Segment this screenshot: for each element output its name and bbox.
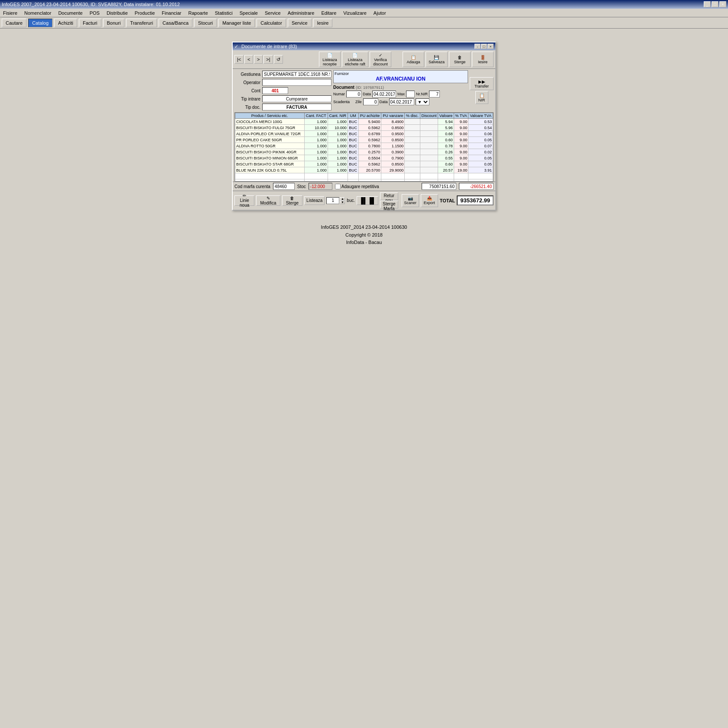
btn-barcode[interactable]: ▐▌▐▌ [357, 196, 378, 205]
cell-cant-nir: 1.000 [328, 143, 348, 149]
menu-fisiere[interactable]: Fisiere [2, 10, 19, 16]
cell-cant-fact: 1.000 [304, 155, 328, 161]
spinner-down[interactable]: ▼ [340, 201, 345, 204]
btn-verifica-discount[interactable]: ✓ Verificadiscount [370, 52, 391, 67]
cell-cant-fact: 10.000 [304, 125, 328, 131]
btn-adauga[interactable]: 📋 Adauga [403, 52, 424, 67]
menu-distributie[interactable]: Distributie [105, 10, 129, 16]
menu-service[interactable]: Service [263, 10, 282, 16]
tip-intrare-input[interactable] [262, 95, 332, 102]
btn-salveaza[interactable]: 💾 Salveaza [426, 52, 448, 67]
export-icon: 📤 [427, 196, 432, 201]
btn-stocuri[interactable]: Stocuri [194, 19, 217, 27]
btn-listeaza-etichete[interactable]: 📄 Listeazaetichete raft [342, 52, 368, 67]
btn-facturi[interactable]: Facturi [79, 19, 101, 27]
table-row[interactable]: BISCUITI BISKIATO FULGI 75GR 10.000 10.0… [235, 125, 493, 131]
nav-last[interactable]: >| [263, 55, 273, 64]
data-nir-dropdown[interactable]: ▼ [416, 98, 429, 105]
menu-financiar[interactable]: Financiar [160, 10, 182, 16]
menu-speciale[interactable]: Speciale [238, 10, 259, 16]
btn-export[interactable]: 📤 Export [421, 194, 438, 207]
furnizor-label: Furnizor [335, 72, 467, 76]
table-container[interactable]: Produs / Serviciu etc. Cant. FACT Cant. … [234, 112, 494, 182]
zile-input[interactable] [363, 98, 378, 105]
btn-catalog[interactable]: Catalog [28, 19, 52, 27]
nav-next[interactable]: > [254, 55, 263, 64]
menu-vizualizare[interactable]: Vizualizare [342, 10, 368, 16]
menu-editare[interactable]: Editare [320, 10, 338, 16]
btn-sterge-marfa[interactable]: Sterge Marfa [380, 201, 398, 208]
doc-maximize-btn[interactable]: □ [481, 44, 487, 49]
spinner-up[interactable]: ▲ [340, 197, 345, 201]
maximize-btn[interactable]: □ [712, 1, 718, 7]
table-row[interactable]: BISCUITI BISKIATO MINION 68GR 1.000 1.00… [235, 155, 493, 161]
bottom-actions: ✏ Linie noua ✎ Modifica 🗑 Sterge Listeaz… [233, 191, 495, 210]
iesire-doc-icon: 🚪 [480, 55, 485, 60]
data-input[interactable] [372, 91, 396, 98]
table-row[interactable]: BISCUITI BISKIATO STAR 68GR 1.000 1.000 … [235, 161, 493, 167]
table-row[interactable]: CIOCOLATA MERCI 100G 1.000 1.000 BUC 5.9… [235, 119, 493, 125]
operator-input[interactable] [262, 79, 332, 86]
nr-nir-input[interactable] [429, 91, 440, 98]
table-row[interactable]: BISCUITI BISKIATO PIKNIK 40GR 1.000 1.00… [235, 149, 493, 155]
adaugare-checkbox[interactable] [335, 184, 341, 189]
cod-marfa-input[interactable] [273, 183, 295, 190]
sum2-input[interactable] [459, 183, 494, 190]
stoc-input[interactable] [309, 183, 332, 190]
btn-linie-noua[interactable]: ✏ Linie noua [234, 195, 254, 206]
tip-doc-input[interactable] [262, 104, 332, 110]
stoc-label: Stoc [297, 184, 306, 189]
menu-pos[interactable]: POS [88, 10, 101, 16]
menu-productie[interactable]: Productie [133, 10, 156, 16]
btn-achizitii[interactable]: Achiziti [54, 19, 77, 27]
btn-service[interactable]: Service [288, 19, 312, 27]
btn-sterge[interactable]: 🗑 Sterge [449, 52, 471, 67]
btn-transferuri[interactable]: Transferuri [126, 19, 157, 27]
nav-first[interactable]: |< [234, 55, 244, 64]
minimize-btn[interactable]: _ [704, 1, 711, 7]
btn-bonuri[interactable]: Bonuri [103, 19, 125, 27]
menu-rapoarte[interactable]: Rapoarte [187, 10, 209, 16]
table-row-empty [235, 173, 493, 179]
table-row[interactable]: PR PORLEO CAKE 50GR 1.000 1.000 BUC 0.59… [235, 137, 493, 143]
cell-product: BISCUITI BISKIATO PIKNIK 40GR [235, 149, 305, 155]
doc-minimize-btn[interactable]: - [474, 44, 481, 49]
menu-nomenclator[interactable]: Nomenclator [23, 10, 52, 16]
btn-iesire-doc[interactable]: 🚪 Iesire [472, 52, 494, 67]
cont-input[interactable] [262, 87, 288, 94]
menu-documente[interactable]: Documente [57, 10, 84, 16]
nav-prev[interactable]: < [244, 55, 253, 64]
doc-close-btn[interactable]: × [488, 44, 494, 49]
btn-retour[interactable]: Retur nou [380, 192, 398, 200]
right-buttons: ▶▶ Transfer 📋 NIR [470, 70, 494, 111]
spinner-input[interactable] [326, 197, 339, 204]
btn-transfer[interactable]: ▶▶ Transfer [470, 77, 494, 90]
btn-sterge-row[interactable]: 🗑 Sterge [282, 195, 302, 206]
table-row[interactable]: ALDIVA ROTTO 50GR 1.000 1.000 BUC 0.7800… [235, 143, 493, 149]
menu-statistici[interactable]: Statistici [214, 10, 234, 16]
btn-calculator[interactable]: Calculator [257, 19, 286, 27]
btn-iesire[interactable]: Iesire [313, 19, 333, 27]
nav-refresh[interactable]: ↺ [274, 55, 283, 64]
btn-modifica[interactable]: ✎ Modifica [256, 195, 280, 206]
cell-um: BUC [348, 119, 358, 125]
sum1-input[interactable] [422, 183, 456, 190]
numar-input[interactable] [346, 91, 361, 98]
btn-listeaza-receptie[interactable]: 📄 Listeazareceptie [319, 52, 341, 67]
btn-cautare[interactable]: Cautare [2, 19, 26, 27]
btn-manager-liste[interactable]: Manager liste [218, 19, 255, 27]
data-nir-input[interactable] [389, 98, 414, 105]
btn-nir[interactable]: 📋 NIR [475, 91, 488, 104]
gestiunea-input[interactable] [262, 71, 332, 78]
menu-administrare[interactable]: Administrare [286, 10, 316, 16]
btn-listeaza[interactable]: Listeaza [304, 196, 325, 205]
btn-casabanca[interactable]: Casa/Banca [159, 19, 192, 27]
btn-scaner[interactable]: 📷 Scaner [402, 194, 419, 207]
cell-disc [405, 143, 420, 149]
max-input[interactable] [406, 91, 415, 98]
document-row: Document (ID: 197687911) [333, 85, 468, 90]
close-btn[interactable]: × [719, 1, 726, 7]
table-row[interactable]: BLUE NUN 22K GOLD 0.75L 1.000 1.000 BUC … [235, 167, 493, 173]
table-row[interactable]: ALDIVA PORLEO CR.VANILIE 72GR 1.000 1.00… [235, 131, 493, 137]
menu-ajutor[interactable]: Ajutor [372, 10, 387, 16]
